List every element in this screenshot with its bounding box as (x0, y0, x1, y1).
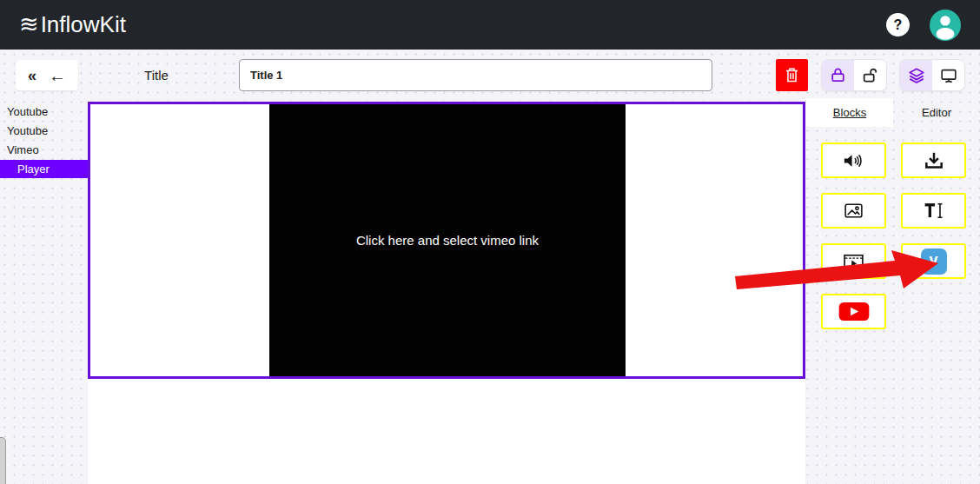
title-label: Title (126, 68, 187, 83)
logo-wave-icon: ≋ (19, 13, 39, 36)
layer-item-youtube-1[interactable]: Youtube (0, 103, 88, 122)
youtube-icon (838, 300, 871, 323)
layer-item-player-selected[interactable]: Player (0, 160, 88, 178)
delete-button[interactable] (776, 59, 808, 91)
speaker-icon (842, 150, 865, 171)
header-actions: ? (886, 0, 961, 50)
user-avatar[interactable] (930, 10, 961, 41)
block-download[interactable] (901, 143, 966, 178)
title-input[interactable] (239, 59, 712, 91)
person-icon (930, 10, 961, 41)
view-toggle-group (899, 59, 965, 91)
layer-list: Youtube Youtube Vimeo Player (0, 103, 88, 178)
block-vimeo[interactable]: v (901, 243, 966, 279)
image-icon (843, 200, 864, 222)
vimeo-icon: v (921, 249, 947, 275)
block-video[interactable] (821, 243, 886, 279)
layers-icon (907, 66, 926, 85)
app-header: ≋ InflowKit ? (0, 0, 980, 50)
lock-open-icon (861, 66, 879, 84)
scrollbar-handle[interactable] (0, 437, 6, 484)
collapse-all-button[interactable]: « (28, 68, 36, 83)
app-window: ≋ InflowKit ? « ← Title (0, 0, 980, 484)
nav-button-group: « ← (16, 60, 78, 90)
tab-editor[interactable]: Editor (893, 98, 980, 127)
monitor-icon (939, 66, 958, 85)
film-icon (842, 250, 865, 272)
editor-canvas: Click here and select vimeo link (88, 102, 805, 379)
layer-item-vimeo[interactable]: Vimeo (0, 141, 88, 160)
unlock-button[interactable] (854, 60, 886, 90)
block-youtube[interactable] (821, 294, 886, 329)
tab-blocks[interactable]: Blocks (806, 98, 893, 127)
vimeo-player-placeholder[interactable]: Click here and select vimeo link (269, 104, 626, 376)
layer-item-youtube-2[interactable]: Youtube (0, 122, 88, 141)
layers-button[interactable] (900, 60, 932, 90)
trash-icon (783, 66, 801, 84)
text-icon (922, 200, 945, 222)
workspace: « ← Title (0, 50, 980, 484)
back-button[interactable]: ← (49, 67, 66, 84)
vimeo-glyph: v (929, 251, 937, 269)
block-image[interactable] (821, 193, 886, 229)
tab-editor-label: Editor (922, 106, 951, 119)
block-text[interactable] (901, 193, 966, 229)
lock-toggle-group (821, 59, 887, 91)
tab-blocks-label: Blocks (833, 106, 866, 119)
app-logo: ≋ InflowKit (19, 11, 126, 38)
help-button[interactable]: ? (886, 13, 910, 36)
lock-closed-icon (829, 66, 847, 84)
lock-button[interactable] (822, 60, 854, 90)
app-title: InflowKit (41, 11, 126, 38)
block-audio[interactable] (821, 143, 886, 178)
preview-button[interactable] (932, 60, 964, 90)
canvas-next-section (88, 379, 805, 484)
vimeo-placeholder-text: Click here and select vimeo link (356, 233, 539, 248)
download-icon (923, 149, 945, 172)
